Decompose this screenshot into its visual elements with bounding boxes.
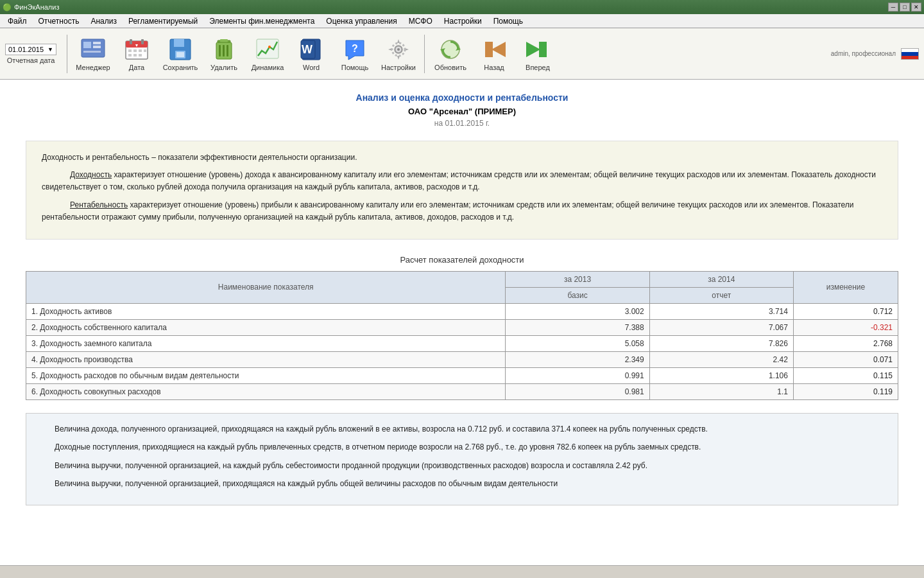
title-bar: 🟢 ФинЭкАнализ ─ □ ✕ — [0, 0, 924, 14]
svg-text:▼: ▼ — [135, 43, 139, 48]
svg-rect-15 — [133, 54, 137, 57]
svg-rect-22 — [220, 39, 228, 42]
user-info-area: admin, профессионал — [831, 48, 919, 60]
col-sub-basis: базис — [506, 287, 649, 303]
content-area: Анализ и оценка доходности и рентабельно… — [0, 80, 924, 565]
dynamics-icon — [255, 37, 280, 62]
cell-report: 2.42 — [649, 351, 793, 367]
maximize-button[interactable]: □ — [900, 3, 910, 12]
cell-name: 5. Доходность расходов по обычным видам … — [26, 367, 506, 383]
svg-rect-7 — [130, 39, 132, 44]
svg-rect-3 — [93, 46, 101, 48]
cell-basis: 3.002 — [506, 303, 649, 319]
minimize-button[interactable]: ─ — [888, 3, 898, 12]
analysis-p3: Величина выручки, полученной организацие… — [39, 459, 885, 472]
svg-rect-44 — [539, 42, 547, 57]
svg-rect-13 — [144, 49, 146, 52]
svg-rect-1 — [83, 42, 91, 48]
menu-regulated[interactable]: Регламентируемый — [123, 15, 203, 27]
date-label: Отчетная дата — [7, 57, 55, 64]
menu-file[interactable]: Файл — [3, 15, 32, 27]
toolbar-settings-button[interactable]: Настройки — [378, 31, 419, 77]
date-dropdown-icon[interactable]: ▼ — [47, 46, 53, 53]
analysis-p1: Величина дохода, полученного организацие… — [39, 423, 885, 435]
help-icon: ? — [342, 37, 368, 62]
cell-report: 3.714 — [649, 303, 793, 319]
close-button[interactable]: ✕ — [911, 3, 921, 12]
date-value: 01.01.2015 — [8, 46, 44, 53]
svg-rect-16 — [139, 54, 142, 57]
settings-label: Настройки — [381, 64, 416, 71]
menu-elements[interactable]: Элементы фин.менеджмента — [204, 15, 320, 27]
svg-point-28 — [268, 46, 271, 48]
cell-report: 7.826 — [649, 335, 793, 351]
cell-change: 0.115 — [793, 367, 898, 383]
report-subtitle: ОАО "Арсенал" (ПРИМЕР) — [26, 107, 898, 116]
toolbar-separator-2 — [424, 35, 425, 73]
profitability-label: Доходность — [70, 170, 112, 179]
cell-basis: 2.349 — [506, 351, 649, 367]
user-info-text: admin, профессионал — [831, 50, 896, 57]
col-header-2013: за 2013 — [506, 271, 649, 287]
app-icon: 🟢 — [3, 3, 12, 12]
cell-report: 1.106 — [649, 367, 793, 383]
table-row: 3. Доходность заемного капитала 5.058 7.… — [26, 335, 898, 351]
toolbar-help-button[interactable]: ? Помощь — [334, 31, 375, 77]
help-label: Помощь — [341, 64, 369, 71]
dynamics-label: Динамика — [252, 64, 284, 71]
title-bar-left: 🟢 ФинЭкАнализ — [3, 3, 59, 12]
description-box: Доходность и рентабельность – показатели… — [26, 141, 898, 240]
toolbar-refresh-button[interactable]: Обновить — [430, 31, 471, 77]
back-label: Назад — [484, 64, 504, 71]
menu-management[interactable]: Оценка управления — [321, 15, 402, 27]
svg-rect-12 — [139, 49, 142, 52]
svg-rect-11 — [133, 49, 137, 52]
toolbar-date-button[interactable]: ▼ Дата — [116, 31, 157, 77]
menu-reports[interactable]: Отчетность — [33, 15, 85, 27]
cell-change: 0.119 — [793, 383, 898, 399]
table-row: 2. Доходность собственного капитала 7.38… — [26, 319, 898, 335]
toolbar-dynamics-button[interactable]: Динамика — [247, 31, 288, 77]
svg-rect-26 — [227, 45, 228, 57]
back-icon — [481, 37, 507, 62]
toolbar-back-button[interactable]: Назад — [474, 31, 515, 77]
status-bar — [0, 565, 924, 578]
table-row: 4. Доходность производства 2.349 2.42 0.… — [26, 351, 898, 367]
toolbar-delete-button[interactable]: Удалить — [203, 31, 244, 77]
analysis-p2: Доходные поступления, приходящиеся на ка… — [39, 441, 885, 453]
settings-icon — [386, 37, 411, 62]
svg-marker-43 — [526, 42, 540, 57]
cell-basis: 0.991 — [506, 367, 649, 383]
delete-label: Удалить — [210, 64, 237, 71]
title-bar-controls[interactable]: ─ □ ✕ — [888, 3, 921, 12]
manager-label: Менеджер — [76, 64, 110, 71]
word-label: Word — [303, 64, 320, 71]
toolbar-save-button[interactable]: Сохранить — [160, 31, 201, 77]
menu-bar: Файл Отчетность Анализ Регламентируемый … — [0, 14, 924, 28]
menu-ifrs[interactable]: МСФО — [404, 15, 438, 27]
report-date: на 01.01.2015 г. — [26, 119, 898, 128]
toolbar-word-button[interactable]: W Word — [291, 31, 332, 77]
svg-rect-2 — [93, 42, 101, 44]
rentability-text: характеризует отношение (уровень) прибыл… — [42, 200, 854, 222]
menu-help[interactable]: Помощь — [488, 15, 528, 27]
cell-name: 1. Доходность активов — [26, 303, 506, 319]
svg-rect-25 — [223, 45, 225, 57]
menu-analysis[interactable]: Анализ — [85, 15, 122, 27]
language-flag[interactable] — [901, 48, 919, 60]
svg-rect-20 — [176, 52, 184, 57]
desc-rentability: Рентабельность характеризует отношение (… — [42, 199, 882, 223]
table-row: 1. Доходность активов 3.002 3.714 0.712 — [26, 303, 898, 319]
delete-icon — [211, 37, 237, 62]
toolbar-manager-button[interactable]: Менеджер — [73, 31, 114, 77]
toolbar-forward-button[interactable]: Вперед — [517, 31, 558, 77]
date-input-field[interactable]: 01.01.2015 ▼ — [5, 44, 56, 55]
date-picker[interactable]: 01.01.2015 ▼ Отчетная дата — [5, 44, 56, 64]
forward-label: Вперед — [526, 64, 550, 71]
desc-profitability: Доходность характеризует отношение (уров… — [42, 169, 882, 193]
menu-settings[interactable]: Настройки — [439, 15, 487, 27]
svg-rect-24 — [219, 45, 221, 57]
toolbar-separator-1 — [67, 35, 67, 73]
table-section-title: Расчет показателей доходности — [26, 255, 898, 265]
svg-rect-14 — [128, 54, 132, 57]
